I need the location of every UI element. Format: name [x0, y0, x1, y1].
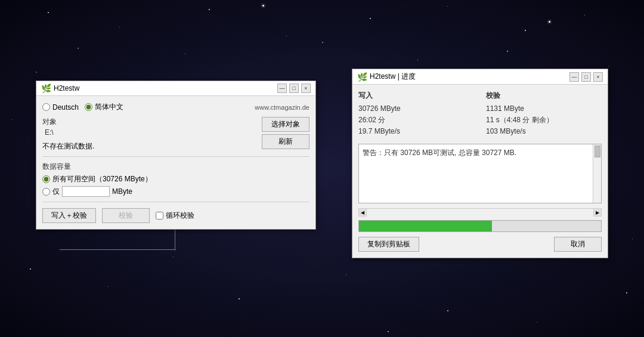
cancel-button[interactable]: 取消: [554, 237, 602, 252]
loop-checkbox[interactable]: [156, 212, 163, 219]
vertical-scrollbar[interactable]: [593, 144, 601, 203]
all-space-option: 所有可用空间（30726 MByte）: [42, 174, 309, 184]
target-path: E:\: [45, 128, 256, 137]
win2-title-text: H2testw | 进度: [370, 72, 416, 82]
target-right: 选择对象 刷新: [262, 117, 309, 149]
deutsch-label: Deutsch: [52, 103, 79, 112]
deutsch-radio[interactable]: [42, 103, 50, 111]
log-text: 警告：只有 30726 MB可测试, 总容量 30727 MB.: [363, 149, 516, 157]
scrollbar-thumb[interactable]: [595, 146, 600, 157]
all-space-radio[interactable]: [42, 175, 50, 183]
deutsch-radio-label[interactable]: Deutsch: [42, 103, 79, 112]
progress-bar-fill: [359, 221, 492, 231]
capacity-label: 数据容量: [42, 162, 309, 172]
loop-label: 循环校验: [166, 211, 194, 221]
website-url: www.ctmagazin.de: [255, 104, 309, 111]
win1-close-button[interactable]: ×: [301, 84, 311, 93]
win2-titlebar-controls: — □ ×: [569, 72, 603, 82]
select-target-button[interactable]: 选择对象: [262, 117, 309, 132]
write-value1: 30726 MByte: [358, 103, 474, 115]
target-label: 对象: [42, 117, 256, 127]
capacity-section: 数据容量 所有可用空间（30726 MByte） 仅 MByte: [42, 162, 309, 197]
verify-value1: 1131 MByte: [486, 103, 602, 115]
win1-titlebar: 🌿 H2testw — □ ×: [36, 81, 315, 96]
verify-only-button[interactable]: 校验: [102, 208, 150, 223]
win1-body: Deutsch 简体中文 www.ctmagazin.de 对象 E:\ 不存在…: [36, 96, 315, 229]
verify-value2: 11 s（4:48 分 剩余）: [486, 115, 602, 126]
win2-logo-icon: 🌿: [357, 72, 367, 82]
verify-section-label: 校验: [486, 91, 602, 101]
loop-checkbox-label[interactable]: 循环校验: [156, 211, 194, 221]
win1-titlebar-controls: — □ ×: [277, 84, 311, 93]
refresh-button[interactable]: 刷新: [262, 134, 309, 149]
mbyte-unit: MByte: [112, 187, 132, 196]
verify-progress-col: 校验 1131 MByte 11 s（4:48 分 剩余） 103 MByte/…: [486, 91, 602, 138]
chinese-radio[interactable]: [85, 103, 92, 111]
chinese-radio-label[interactable]: 简体中文: [85, 102, 123, 112]
write-section-label: 写入: [358, 91, 474, 101]
write-progress-col: 写入 30726 MByte 26:02 分 19.7 MByte/s: [358, 91, 474, 138]
win2-minimize-button[interactable]: —: [569, 72, 579, 82]
win2-footer: 复制到剪贴板 取消: [358, 237, 602, 252]
language-selector: Deutsch 简体中文 www.ctmagazin.de: [42, 102, 309, 112]
bottom-action-bar: 写入＋校验 校验 循环校验: [42, 208, 309, 223]
win1-title-area: 🌿 H2testw: [41, 84, 79, 93]
no-data-text: 不存在测试数据.: [42, 141, 256, 152]
log-area-wrapper: 警告：只有 30726 MB可测试, 总容量 30727 MB.: [358, 144, 602, 203]
verify-value3: 103 MByte/s: [486, 126, 602, 137]
write-verify-button[interactable]: 写入＋校验: [42, 208, 96, 223]
win2-close-button[interactable]: ×: [593, 72, 603, 82]
all-space-label: 所有可用空间（30726 MByte）: [52, 174, 152, 184]
separator1: [42, 156, 309, 157]
h2testw-main-window: 🌿 H2testw — □ × Deutsch 简体中文 www.ctmagaz…: [36, 81, 316, 230]
copy-clipboard-button[interactable]: 复制到剪贴板: [358, 237, 419, 252]
separator2: [42, 202, 309, 202]
custom-space-label: 仅: [52, 187, 60, 197]
h2testw-progress-window: 🌿 H2testw | 进度 — □ × 写入 30726 MByte 26:0…: [352, 69, 608, 258]
win1-title-text: H2testw: [54, 84, 79, 92]
win2-maximize-button[interactable]: □: [581, 72, 591, 82]
win2-body: 写入 30726 MByte 26:02 分 19.7 MByte/s 校验 1…: [352, 85, 608, 258]
custom-space-radio[interactable]: [42, 188, 50, 196]
win2-titlebar: 🌿 H2testw | 进度 — □ ×: [352, 69, 608, 85]
chinese-label: 简体中文: [95, 102, 123, 112]
scroll-left-button[interactable]: ◀: [358, 208, 367, 217]
win1-maximize-button[interactable]: □: [289, 84, 299, 93]
write-value3: 19.7 MByte/s: [358, 126, 474, 137]
target-section: 对象 E:\ 不存在测试数据. 选择对象 刷新: [42, 117, 309, 152]
mbyte-input[interactable]: [62, 186, 110, 197]
win2-title-area: 🌿 H2testw | 进度: [357, 72, 416, 82]
write-value2: 26:02 分: [358, 115, 474, 126]
progress-bar-container: [358, 220, 602, 232]
custom-space-option: 仅 MByte: [42, 186, 309, 197]
progress-info-section: 写入 30726 MByte 26:02 分 19.7 MByte/s 校验 1…: [358, 91, 602, 138]
horizontal-scrollbar[interactable]: ◀ ▶: [358, 208, 602, 217]
log-area: 警告：只有 30726 MB可测试, 总容量 30727 MB.: [358, 144, 602, 203]
win1-logo-icon: 🌿: [41, 84, 51, 93]
scroll-right-button[interactable]: ▶: [593, 208, 602, 217]
target-left: 对象 E:\ 不存在测试数据.: [42, 117, 256, 152]
win1-minimize-button[interactable]: —: [277, 84, 287, 93]
